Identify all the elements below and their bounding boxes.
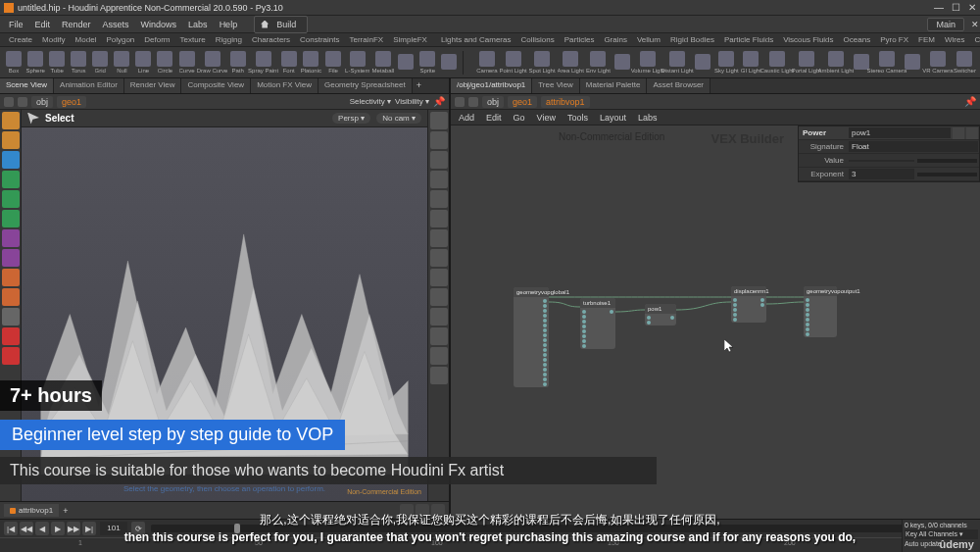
viewport-tool-icon[interactable]	[2, 190, 20, 208]
pane-tab[interactable]: Material Palette	[580, 78, 648, 93]
pin-icon[interactable]: 📌	[964, 96, 976, 107]
visibility-label[interactable]: Visibility ▾	[395, 97, 429, 106]
viewport-tool-icon[interactable]	[2, 229, 20, 247]
menu-file[interactable]: File	[4, 18, 28, 31]
shelf-tool[interactable]: Font	[279, 51, 299, 74]
display-option-icon[interactable]	[430, 347, 448, 365]
path-obj[interactable]: obj	[482, 96, 504, 108]
output-port[interactable]	[543, 373, 547, 376]
output-port[interactable]	[543, 377, 547, 381]
shelf-tool[interactable]: Switcher	[954, 51, 976, 74]
desktop-selector[interactable]: Build	[254, 16, 308, 33]
output-port[interactable]	[543, 363, 547, 367]
vop-node-n4[interactable]: displacenrm1	[731, 286, 766, 323]
pane-tab[interactable]: Motion FX View	[251, 78, 318, 93]
pane-tab[interactable]: /obj/geo1/attribvop1	[451, 78, 532, 93]
display-option-icon[interactable]	[430, 151, 448, 169]
shelf-tool[interactable]: VR Camera	[924, 51, 952, 74]
shelf-cat[interactable]: Particles	[562, 35, 598, 44]
viewport-tool-icon[interactable]	[2, 288, 20, 306]
shelf-tool[interactable]: Camera	[476, 51, 497, 74]
display-option-icon[interactable]	[430, 288, 448, 306]
output-port[interactable]	[543, 328, 547, 332]
menu-render[interactable]: Render	[57, 18, 96, 31]
input-port[interactable]	[733, 318, 737, 322]
shelf-cat[interactable]: FEM	[915, 35, 938, 44]
tab-add-icon[interactable]: +	[413, 78, 425, 93]
input-port[interactable]	[806, 318, 809, 322]
menu-help[interactable]: Help	[215, 18, 243, 31]
output-port[interactable]	[543, 333, 547, 337]
display-option-icon[interactable]	[430, 269, 448, 286]
input-port[interactable]	[733, 308, 737, 312]
shelf-cat[interactable]: Texture	[177, 35, 209, 44]
shelf-cat[interactable]: Rigid Bodies	[667, 35, 717, 44]
path-node[interactable]: attribvop1	[541, 96, 590, 108]
pane-tab[interactable]: Scene View	[0, 78, 54, 93]
output-port[interactable]	[543, 299, 547, 303]
shelf-tool[interactable]: Spray Paint	[250, 51, 277, 74]
display-option-icon[interactable]	[430, 112, 448, 129]
menu-windows[interactable]: Windows	[136, 18, 182, 31]
viewport-tool-icon[interactable]	[2, 151, 20, 169]
shelf-tool[interactable]	[396, 54, 416, 71]
display-option-icon[interactable]	[430, 249, 448, 267]
shelf-tool[interactable]: Draw Curve	[199, 51, 226, 74]
shelf-cat[interactable]: Pyro FX	[877, 35, 911, 44]
nav-back-icon[interactable]	[4, 97, 14, 107]
input-port[interactable]	[582, 344, 586, 348]
shelf-tool[interactable]: Null	[112, 51, 131, 74]
viewport-tool-icon[interactable]	[2, 347, 20, 365]
network-menu[interactable]: Labs	[634, 113, 662, 123]
menu-labs[interactable]: Labs	[183, 18, 213, 31]
output-port[interactable]	[543, 314, 547, 318]
shelf-cat[interactable]: Grains	[601, 35, 630, 44]
camera-persp-chip[interactable]: Persp ▾	[332, 113, 370, 124]
shelf-cat[interactable]: Lights and Cameras	[438, 35, 514, 44]
shelf-cat[interactable]: Oceans	[841, 35, 874, 44]
output-port[interactable]	[760, 303, 764, 307]
output-port[interactable]	[610, 310, 613, 314]
shelf-tool[interactable]	[693, 54, 712, 71]
vop-node-n2[interactable]: turbnoise1	[580, 298, 615, 349]
maximize-button[interactable]: ☐	[952, 2, 960, 13]
input-port[interactable]	[806, 308, 809, 312]
camera-nocam-chip[interactable]: No cam ▾	[376, 113, 421, 124]
output-port[interactable]	[543, 358, 547, 362]
viewport-tool-icon[interactable]	[2, 249, 20, 267]
input-port[interactable]	[806, 327, 809, 331]
output-port[interactable]	[543, 304, 547, 308]
shelf-tool[interactable]: Sprite	[417, 51, 437, 74]
param-node-name[interactable]: pow1	[849, 127, 951, 138]
vop-node-n3[interactable]: pow1	[645, 304, 676, 326]
network-menu[interactable]: Add	[455, 113, 478, 123]
shelf-tool[interactable]: Circle	[155, 51, 174, 74]
shelf-cat[interactable]: Constraints	[297, 35, 342, 44]
input-port[interactable]	[733, 298, 737, 302]
network-menu[interactable]: View	[533, 113, 560, 123]
input-port[interactable]	[647, 316, 651, 320]
output-port[interactable]	[543, 324, 547, 327]
viewport-tool-icon[interactable]	[2, 308, 20, 326]
display-option-icon[interactable]	[430, 131, 448, 149]
output-port[interactable]	[543, 343, 547, 347]
viewport-tool-icon[interactable]	[2, 327, 20, 345]
viewport-tool-icon[interactable]	[2, 210, 20, 227]
input-port[interactable]	[582, 320, 586, 324]
shelf-tool[interactable]	[903, 54, 922, 71]
param-exponent[interactable]: 3	[849, 169, 914, 179]
display-option-icon[interactable]	[430, 229, 448, 247]
menu-assets[interactable]: Assets	[98, 18, 134, 31]
output-port[interactable]	[543, 338, 547, 342]
pin-icon[interactable]: 📌	[433, 96, 445, 107]
exponent-slider[interactable]	[917, 173, 977, 176]
nav-fwd-icon[interactable]	[468, 97, 478, 107]
shelf-tool[interactable]: File	[323, 51, 343, 74]
shelf-cat[interactable]: Modify	[39, 35, 69, 44]
input-port[interactable]	[582, 315, 586, 319]
shelf-cat[interactable]: Polygon	[103, 35, 137, 44]
shelf-tool[interactable]: Spot Light	[529, 51, 556, 74]
shelf-tool[interactable]: Env Light	[586, 51, 611, 74]
pane-tab[interactable]: Render View	[124, 78, 182, 93]
display-option-icon[interactable]	[430, 190, 448, 208]
